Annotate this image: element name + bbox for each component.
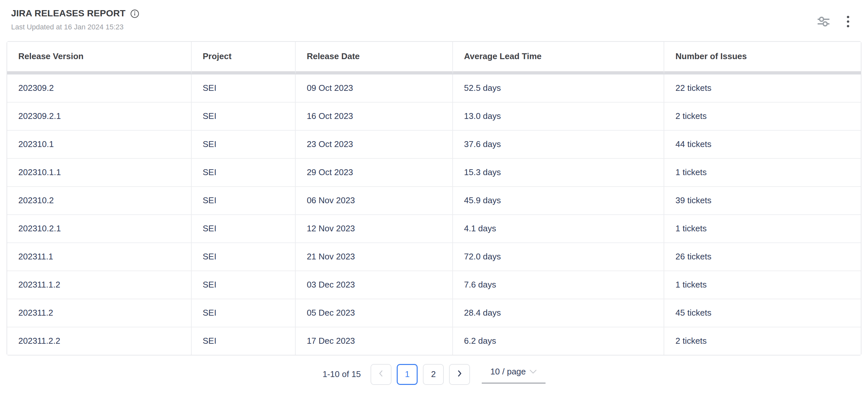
table-row: 202311.1SEI21 Nov 202372.0 days26 ticket… <box>7 243 861 271</box>
table-cell-average-lead-time: 37.6 days <box>453 131 664 159</box>
table-cell-release-date: 23 Oct 2023 <box>296 131 453 159</box>
table-row: 202311.2.2SEI17 Dec 20236.2 days2 ticket… <box>7 327 861 355</box>
column-header-project: Project <box>192 42 296 74</box>
table-cell-average-lead-time: 4.1 days <box>453 215 664 243</box>
table-cell-release-version: 202310.1.1 <box>7 159 192 187</box>
chevron-down-icon <box>529 367 537 377</box>
table-cell-average-lead-time: 52.5 days <box>453 74 664 103</box>
pagination-range: 1-10 of 15 <box>322 369 361 380</box>
table-cell-project: SEI <box>192 327 296 355</box>
table-cell-number-of-issues: 2 tickets <box>664 103 861 131</box>
table-cell-number-of-issues: 44 tickets <box>664 131 861 159</box>
table-cell-project: SEI <box>192 131 296 159</box>
table-cell-average-lead-time: 6.2 days <box>453 327 664 355</box>
table-cell-release-version: 202310.1 <box>7 131 192 159</box>
table-cell-release-date: 06 Nov 2023 <box>296 187 453 215</box>
table-cell-release-date: 21 Nov 2023 <box>296 243 453 271</box>
releases-table-container: Release VersionProjectRelease DateAverag… <box>6 41 862 356</box>
page-title: JIRA RELEASES REPORT <box>11 8 126 19</box>
table-row: 202309.2.1SEI16 Oct 202313.0 days2 ticke… <box>7 103 861 131</box>
table-cell-number-of-issues: 2 tickets <box>664 327 861 355</box>
next-page-button[interactable] <box>449 364 470 385</box>
table-cell-number-of-issues: 1 tickets <box>664 215 861 243</box>
chevron-left-icon <box>377 369 384 380</box>
releases-table: Release VersionProjectRelease DateAverag… <box>6 41 862 356</box>
table-header-row: Release VersionProjectRelease DateAverag… <box>7 42 861 74</box>
column-header-release-date: Release Date <box>296 42 453 74</box>
table-cell-number-of-issues: 45 tickets <box>664 299 861 327</box>
table-row: 202310.2SEI06 Nov 202345.9 days39 ticket… <box>7 187 861 215</box>
page-size-select[interactable]: 10 / page <box>482 365 545 384</box>
table-cell-release-date: 05 Dec 2023 <box>296 299 453 327</box>
table-cell-number-of-issues: 26 tickets <box>664 243 861 271</box>
table-cell-release-date: 03 Dec 2023 <box>296 271 453 299</box>
filter-settings-button[interactable] <box>817 16 830 28</box>
table-row: 202310.2.1SEI12 Nov 20234.1 days1 ticket… <box>7 215 861 243</box>
table-cell-release-version: 202311.1.2 <box>7 271 192 299</box>
pagination: 1-10 of 15 1 2 10 / page <box>0 364 868 385</box>
table-cell-release-version: 202309.2.1 <box>7 103 192 131</box>
table-cell-number-of-issues: 1 tickets <box>664 271 861 299</box>
sliders-icon <box>817 16 830 28</box>
table-cell-project: SEI <box>192 187 296 215</box>
table-cell-average-lead-time: 15.3 days <box>453 159 664 187</box>
widget-header: JIRA RELEASES REPORT Last Updated at 16 … <box>0 0 868 31</box>
table-cell-release-version: 202311.2.2 <box>7 327 192 355</box>
table-cell-project: SEI <box>192 74 296 103</box>
table-cell-release-date: 09 Oct 2023 <box>296 74 453 103</box>
column-header-average-lead-time: Average Lead Time <box>453 42 664 74</box>
table-cell-number-of-issues: 22 tickets <box>664 74 861 103</box>
table-row: 202310.1.1SEI29 Oct 202315.3 days1 ticke… <box>7 159 861 187</box>
table-row: 202310.1SEI23 Oct 202337.6 days44 ticket… <box>7 131 861 159</box>
page-size-label: 10 / page <box>490 367 526 377</box>
table-cell-release-version: 202311.1 <box>7 243 192 271</box>
widget-actions <box>817 15 850 29</box>
table-cell-release-date: 17 Dec 2023 <box>296 327 453 355</box>
table-cell-number-of-issues: 1 tickets <box>664 159 861 187</box>
table-cell-project: SEI <box>192 159 296 187</box>
prev-page-button[interactable] <box>371 364 392 385</box>
table-cell-average-lead-time: 28.4 days <box>453 299 664 327</box>
table-cell-average-lead-time: 7.6 days <box>453 271 664 299</box>
table-cell-project: SEI <box>192 103 296 131</box>
table-cell-project: SEI <box>192 243 296 271</box>
page-button-2[interactable]: 2 <box>423 364 444 385</box>
table-row: 202309.2SEI09 Oct 202352.5 days22 ticket… <box>7 74 861 103</box>
table-cell-average-lead-time: 72.0 days <box>453 243 664 271</box>
page-button-1[interactable]: 1 <box>397 364 417 385</box>
table-cell-release-version: 202310.2.1 <box>7 215 192 243</box>
table-row: 202311.1.2SEI03 Dec 20237.6 days1 ticket… <box>7 271 861 299</box>
kebab-menu-icon <box>846 15 850 29</box>
table-cell-project: SEI <box>192 215 296 243</box>
column-header-number-of-issues: Number of Issues <box>664 42 861 74</box>
table-cell-release-date: 16 Oct 2023 <box>296 103 453 131</box>
kebab-menu-button[interactable] <box>846 15 850 29</box>
table-cell-release-version: 202309.2 <box>7 74 192 103</box>
table-cell-average-lead-time: 13.0 days <box>453 103 664 131</box>
column-header-release-version: Release Version <box>7 42 192 74</box>
table-row: 202311.2SEI05 Dec 202328.4 days45 ticket… <box>7 299 861 327</box>
info-icon[interactable] <box>130 9 139 18</box>
table-cell-number-of-issues: 39 tickets <box>664 187 861 215</box>
table-cell-project: SEI <box>192 271 296 299</box>
table-cell-release-date: 12 Nov 2023 <box>296 215 453 243</box>
table-cell-release-version: 202311.2 <box>7 299 192 327</box>
table-cell-project: SEI <box>192 299 296 327</box>
last-updated-text: Last Updated at 16 Jan 2024 15:23 <box>11 23 855 31</box>
table-cell-release-version: 202310.2 <box>7 187 192 215</box>
chevron-right-icon <box>456 369 463 380</box>
table-cell-average-lead-time: 45.9 days <box>453 187 664 215</box>
table-cell-release-date: 29 Oct 2023 <box>296 159 453 187</box>
